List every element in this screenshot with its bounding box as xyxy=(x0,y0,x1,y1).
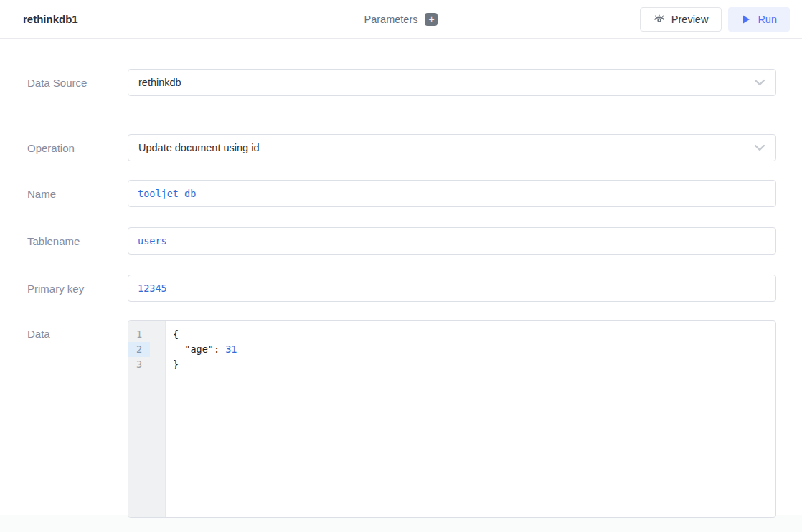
preview-button[interactable]: Preview xyxy=(640,7,722,32)
header-actions: Preview Run xyxy=(640,7,790,32)
parameters-section: Parameters + xyxy=(351,13,451,26)
operation-value: Update document using id xyxy=(138,142,259,153)
operation-select[interactable]: Update document using id xyxy=(128,134,776,161)
data-row: Data 1 2 3 { "age": 31 } xyxy=(27,320,776,518)
name-row: Name xyxy=(27,180,776,207)
preview-button-label: Preview xyxy=(671,14,709,25)
line-number-gutter: 1 2 3 xyxy=(128,321,166,517)
primary-key-row: Primary key xyxy=(27,275,776,302)
data-source-label: Data Source xyxy=(27,77,128,89)
code-line: { xyxy=(173,327,775,342)
code-content[interactable]: { "age": 31 } xyxy=(166,321,775,517)
data-source-row: Data Source rethinkdb xyxy=(27,69,776,96)
operation-label: Operation xyxy=(27,142,128,154)
parameters-label: Parameters xyxy=(364,14,418,25)
chevron-down-icon xyxy=(754,144,765,151)
data-code-editor[interactable]: 1 2 3 { "age": 31 } xyxy=(128,320,776,518)
code-line: } xyxy=(173,357,775,372)
line-number: 3 xyxy=(128,357,150,372)
add-parameter-button[interactable]: + xyxy=(425,13,438,26)
query-name: rethinkdb1 xyxy=(23,13,78,25)
data-label: Data xyxy=(27,320,128,340)
tablename-row: Tablename xyxy=(27,227,776,255)
tablename-label: Tablename xyxy=(27,235,128,247)
primary-key-label: Primary key xyxy=(27,282,128,295)
eye-icon xyxy=(654,14,665,24)
name-input[interactable] xyxy=(128,180,776,207)
data-source-select[interactable]: rethinkdb xyxy=(128,69,776,96)
plus-icon: + xyxy=(428,14,434,25)
primary-key-input[interactable] xyxy=(128,275,776,302)
chevron-down-icon xyxy=(754,79,765,86)
query-form: Data Source rethinkdb Operation Update d… xyxy=(0,39,802,518)
tablename-input[interactable] xyxy=(128,227,776,255)
data-source-value: rethinkdb xyxy=(138,77,181,88)
run-button-label: Run xyxy=(758,14,777,25)
line-number: 1 xyxy=(128,327,150,342)
play-icon xyxy=(741,14,751,24)
query-editor-header: rethinkdb1 Parameters + Preview xyxy=(0,0,802,39)
run-button[interactable]: Run xyxy=(728,7,790,32)
code-line: "age": 31 xyxy=(173,342,775,357)
name-label: Name xyxy=(27,188,128,200)
operation-row: Operation Update document using id xyxy=(27,134,776,161)
line-number-active: 2 xyxy=(128,342,150,357)
